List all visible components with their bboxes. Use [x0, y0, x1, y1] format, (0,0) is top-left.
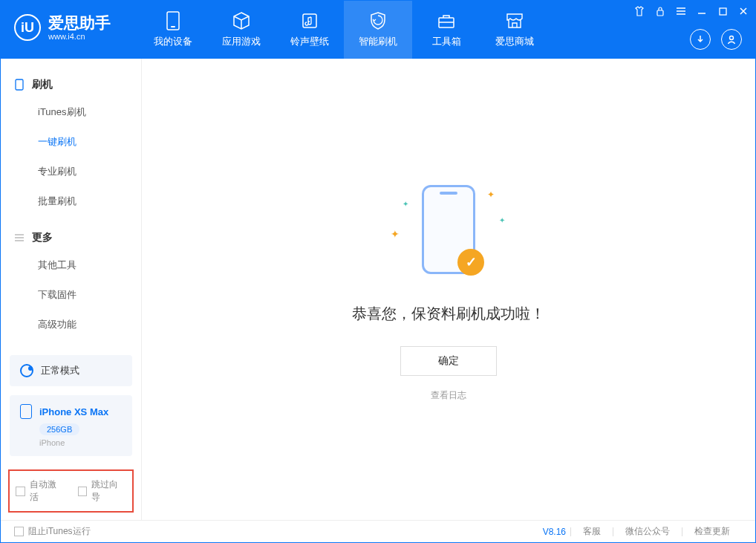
app-title: 爱思助手 [48, 15, 111, 30]
svg-rect-4 [657, 10, 663, 16]
footer-links: V8.16 客服 微信公众号 检查更新 [543, 525, 742, 538]
checkbox-label: 阻止iTunes运行 [28, 525, 91, 538]
sparkle-icon: ✦ [403, 200, 408, 208]
header: iU 爱思助手 www.i4.cn 我的设备 应用游戏 铃声壁纸 智能刷机 [1, 1, 755, 59]
device-storage-badge: 256GB [39, 423, 79, 435]
nav-tab-store[interactable]: 爱思商城 [480, 1, 549, 59]
header-actions [690, 29, 742, 50]
main-content: ✦ ✦ ✦ ✦ ✓ 恭喜您，保资料刷机成功啦！ 确定 查看日志 [142, 59, 755, 520]
checkbox-icon [14, 527, 24, 536]
nav-tabs: 我的设备 应用游戏 铃声壁纸 智能刷机 工具箱 爱思商城 [139, 1, 549, 59]
section-title: 刷机 [32, 78, 53, 91]
nav-tab-flash[interactable]: 智能刷机 [344, 1, 412, 59]
shield-icon [368, 11, 388, 30]
maximize-icon[interactable] [717, 5, 729, 17]
lock-icon[interactable] [654, 5, 666, 17]
sidebar-section-more: 更多 [1, 225, 141, 250]
list-icon [14, 233, 25, 243]
sidebar-section-flash: 刷机 [1, 72, 141, 97]
sidebar-item-other-tools[interactable]: 其他工具 [1, 250, 141, 280]
store-icon [505, 11, 524, 30]
sidebar-item-batch-flash[interactable]: 批量刷机 [1, 186, 141, 216]
logo-icon: iU [14, 14, 41, 41]
body-area: 刷机 iTunes刷机 一键刷机 专业刷机 批量刷机 更多 其他工具 下载固件 … [1, 59, 755, 520]
view-log-link[interactable]: 查看日志 [431, 389, 466, 402]
close-icon[interactable] [737, 5, 749, 17]
sparkle-icon: ✦ [499, 216, 505, 224]
checkbox-label: 跳过向导 [91, 478, 126, 504]
nav-tab-label: 工具箱 [432, 35, 461, 48]
download-button[interactable] [690, 29, 711, 50]
nav-tab-device[interactable]: 我的设备 [139, 1, 207, 59]
status-label: 正常模式 [41, 364, 79, 377]
svg-point-6 [730, 36, 734, 40]
nav-tab-toolbox[interactable]: 工具箱 [412, 1, 480, 59]
device-icon [163, 11, 183, 30]
device-card[interactable]: iPhone XS Max 256GB iPhone [10, 395, 132, 456]
nav-tab-label: 爱思商城 [495, 35, 534, 48]
checkbox-label: 自动激活 [30, 478, 65, 504]
footer-link-wechat[interactable]: 微信公众号 [613, 525, 682, 538]
app-subtitle: www.i4.cn [48, 32, 111, 41]
sidebar-item-download-firmware[interactable]: 下载固件 [1, 280, 141, 310]
version-label: V8.16 [543, 527, 566, 537]
flash-options-highlight: 自动激活 跳过向导 [8, 469, 134, 513]
checkbox-icon [16, 487, 25, 496]
device-type: iPhone [39, 438, 122, 447]
nav-tab-label: 我的设备 [154, 35, 192, 48]
status-card[interactable]: 正常模式 [10, 355, 132, 386]
shirt-icon[interactable] [633, 5, 645, 17]
success-illustration: ✦ ✦ ✦ ✦ ✓ [382, 178, 515, 282]
sidebar-item-oneclick-flash[interactable]: 一键刷机 [1, 127, 141, 157]
window-controls [633, 5, 749, 17]
minimize-icon[interactable] [696, 5, 708, 17]
checkbox-icon [78, 487, 88, 496]
sidebar-item-advanced[interactable]: 高级功能 [1, 310, 141, 339]
footer: 阻止iTunes运行 V8.16 客服 微信公众号 检查更新 [1, 520, 755, 542]
nav-tab-label: 智能刷机 [359, 35, 397, 48]
check-badge-icon: ✓ [457, 249, 484, 276]
music-folder-icon [300, 11, 319, 30]
svg-rect-7 [16, 79, 23, 90]
sparkle-icon: ✦ [391, 228, 400, 240]
svg-rect-2 [303, 14, 316, 27]
logo-area: iU 爱思助手 www.i4.cn [1, 1, 124, 41]
skip-guide-checkbox[interactable]: 跳过向导 [78, 478, 127, 504]
svg-rect-1 [171, 26, 175, 27]
phone-small-icon [14, 79, 25, 90]
success-title: 恭喜您，保资料刷机成功啦！ [352, 304, 545, 324]
nav-tab-label: 应用游戏 [222, 35, 261, 48]
block-itunes-checkbox[interactable]: 阻止iTunes运行 [14, 525, 91, 538]
footer-link-support[interactable]: 客服 [571, 525, 613, 538]
auto-activate-checkbox[interactable]: 自动激活 [16, 478, 65, 504]
footer-link-update[interactable]: 检查更新 [682, 525, 742, 538]
nav-tab-label: 铃声壁纸 [290, 35, 329, 48]
nav-tab-apps[interactable]: 应用游戏 [207, 1, 276, 59]
section-title: 更多 [32, 231, 53, 244]
device-header: iPhone XS Max [20, 404, 122, 419]
cube-icon [232, 11, 251, 30]
sidebar-item-itunes-flash[interactable]: iTunes刷机 [1, 97, 141, 127]
sparkle-icon: ✦ [487, 189, 495, 200]
logo-text: 爱思助手 www.i4.cn [48, 15, 111, 41]
app-window: iU 爱思助手 www.i4.cn 我的设备 应用游戏 铃声壁纸 智能刷机 [0, 0, 756, 543]
confirm-button[interactable]: 确定 [400, 346, 497, 376]
status-mode-icon [20, 364, 33, 377]
sidebar-item-pro-flash[interactable]: 专业刷机 [1, 157, 141, 186]
sidebar: 刷机 iTunes刷机 一键刷机 专业刷机 批量刷机 更多 其他工具 下载固件 … [1, 59, 142, 520]
user-button[interactable] [721, 29, 742, 50]
device-name: iPhone XS Max [39, 406, 108, 417]
svg-rect-5 [720, 8, 726, 15]
toolbox-icon [437, 11, 456, 30]
nav-tab-ringtone[interactable]: 铃声壁纸 [276, 1, 344, 59]
device-phone-icon [20, 404, 32, 419]
menu-icon[interactable] [675, 5, 687, 17]
